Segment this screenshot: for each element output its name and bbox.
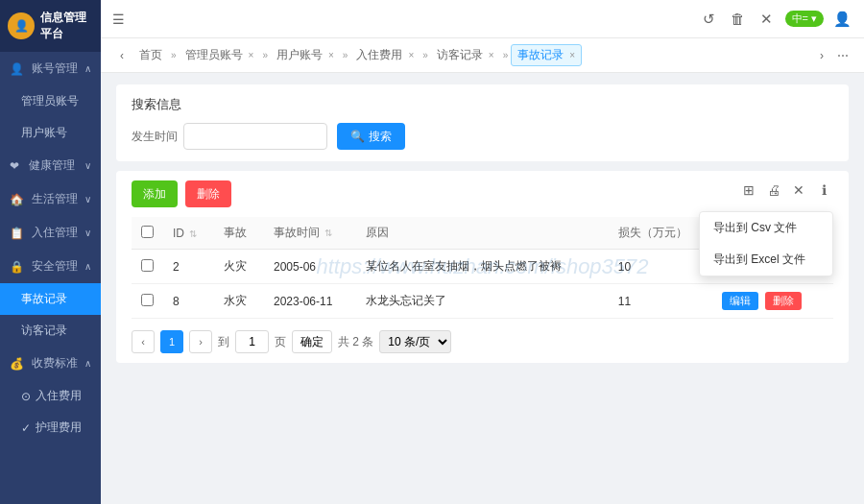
col-id-sort[interactable]: ⇅ <box>189 228 197 239</box>
print-icon[interactable]: 🖨 <box>764 180 783 200</box>
row-check-1 <box>132 284 163 319</box>
breadcrumb-forward-btn[interactable]: › <box>812 46 831 65</box>
top-bar-left: ☰ <box>112 12 125 27</box>
cell-incident-1: 水灾 <box>214 284 264 319</box>
menu-group-security-title[interactable]: 🔒 安全管理 ∧ <box>0 250 101 283</box>
breadcrumb-checkin-fee[interactable]: 入住费用 × <box>350 45 420 65</box>
bc-user-close[interactable]: × <box>328 50 334 60</box>
main-area: ☰ ↺ 🗑 ✕ 中= ▾ 👤 ‹ 首页 » 管理员账号 × » <box>101 0 864 504</box>
sidebar-item-care-fee[interactable]: ✓ 护理费用 <box>0 412 101 444</box>
cell-reason-1: 水龙头忘记关了 <box>356 284 609 319</box>
bc-fee-close[interactable]: × <box>408 50 414 60</box>
bc-incident-label: 事故记录 <box>517 47 564 63</box>
menu-toggle-icon[interactable]: ☰ <box>112 12 125 27</box>
breadcrumb-visitor[interactable]: 访客记录 × <box>431 45 500 65</box>
bc-sep-3: » <box>343 50 348 60</box>
breadcrumb-incident-active[interactable]: 事故记录 × <box>511 44 582 66</box>
bc-incident-close[interactable]: × <box>569 50 575 60</box>
col-loss: 损失（万元） <box>609 217 712 250</box>
breadcrumb-home[interactable]: 首页 <box>133 45 168 65</box>
account-arrow: ∧ <box>84 63 91 74</box>
export-csv-item[interactable]: 导出到 Csv 文件 <box>700 212 832 244</box>
health-icon: ❤ <box>10 159 19 173</box>
bc-admin-close[interactable]: × <box>249 50 254 60</box>
sidebar-item-user-account[interactable]: 用户账号 <box>0 117 101 149</box>
search-icon: 🔍 <box>350 130 365 143</box>
breadcrumb-nav: 首页 » 管理员账号 × » 用户账号 × » 入住费用 × » 访客记录 × … <box>133 44 810 66</box>
prev-page-btn[interactable]: ‹ <box>132 330 155 353</box>
lang-switch[interactable]: 中= ▾ <box>785 11 824 27</box>
cell-incident-0: 火灾 <box>214 250 264 284</box>
refresh-icon[interactable]: ↺ <box>699 9 720 30</box>
info-icon[interactable]: ℹ <box>814 180 833 200</box>
checkin-fee-label: 入住费用 <box>36 388 82 404</box>
bc-visitor-close[interactable]: × <box>489 50 494 60</box>
per-page-select[interactable]: 10 条/页 <box>379 330 451 353</box>
visitor-label: 访客记录 <box>21 323 67 339</box>
breadcrumb-bar: ‹ 首页 » 管理员账号 × » 用户账号 × » 入住费用 × » 访客记录 <box>101 38 864 73</box>
fees-icon: 💰 <box>10 357 24 371</box>
breadcrumb-back-btn[interactable]: ‹ <box>112 46 132 65</box>
sidebar-item-visitor[interactable]: 访客记录 <box>0 315 101 347</box>
user-avatar-icon[interactable]: 👤 <box>831 9 852 30</box>
menu-group-account: 👤 账号管理 ∧ 管理员账号 用户账号 <box>0 52 101 149</box>
menu-group-security: 🔒 安全管理 ∧ 事故记录 访客记录 <box>0 250 101 347</box>
menu-group-fees-title[interactable]: 💰 收费标准 ∧ <box>0 347 101 380</box>
row-checkbox-0[interactable] <box>141 259 154 272</box>
menu-group-health: ❤ 健康管理 ∨ <box>0 149 101 182</box>
health-arrow: ∨ <box>84 160 91 171</box>
search-title: 搜索信息 <box>132 96 833 113</box>
search-time-input[interactable] <box>183 123 327 150</box>
page-confirm-btn[interactable]: 确定 <box>292 330 332 353</box>
search-button[interactable]: 🔍 搜索 <box>337 123 405 150</box>
home-label: 首页 <box>139 47 162 63</box>
user-account-label: 用户账号 <box>21 125 67 141</box>
col-time-sort[interactable]: ⇅ <box>324 228 332 238</box>
grid-icon[interactable]: ⊞ <box>739 180 758 200</box>
cell-loss-1: 11 <box>609 284 712 319</box>
close-icon[interactable]: ✕ <box>756 9 778 30</box>
bc-visitor-label: 访客记录 <box>437 47 483 63</box>
menu-group-checkin-title[interactable]: 📋 入住管理 ∨ <box>0 216 101 250</box>
col-incident-label: 事故 <box>224 226 247 239</box>
sidebar-item-incident[interactable]: 事故记录 <box>0 283 101 315</box>
security-icon: 🔒 <box>10 260 24 274</box>
care-fee-icon: ✓ <box>21 421 31 435</box>
delete-button[interactable]: 删除 <box>185 180 231 207</box>
row-checkbox-1[interactable] <box>141 294 154 306</box>
export-excel-item[interactable]: 导出到 Excel 文件 <box>700 244 832 276</box>
add-button[interactable]: 添加 <box>132 180 178 207</box>
select-all-checkbox[interactable] <box>141 226 154 238</box>
checkin-fee-icon: ⊙ <box>21 390 31 403</box>
settings-icon[interactable]: ✕ <box>789 180 808 200</box>
menu-group-health-title[interactable]: ❤ 健康管理 ∨ <box>0 149 101 182</box>
breadcrumb-more-btn[interactable]: ⋯ <box>833 46 852 65</box>
next-page-btn[interactable]: › <box>189 330 212 353</box>
avatar: 👤 <box>8 12 35 39</box>
sidebar-item-admin-account[interactable]: 管理员账号 <box>0 85 101 117</box>
col-loss-label: 损失（万元） <box>618 226 687 239</box>
security-label: 安全管理 <box>32 258 78 275</box>
page-jump-input[interactable] <box>235 330 269 353</box>
care-fee-label: 护理费用 <box>36 420 82 436</box>
menu-group-checkin: 📋 入住管理 ∨ <box>0 216 101 250</box>
menu-group-life-title[interactable]: 🏠 生活管理 ∨ <box>0 182 101 216</box>
page-1-btn[interactable]: 1 <box>160 330 183 353</box>
menu-group-account-title[interactable]: 👤 账号管理 ∧ <box>0 52 101 85</box>
life-label: 生活管理 <box>32 191 78 207</box>
bc-sep-2: » <box>262 50 268 60</box>
breadcrumb-user-account[interactable]: 用户账号 × <box>271 45 340 65</box>
cell-id-0: 2 <box>163 250 214 284</box>
edit-btn-1[interactable]: 编辑 <box>722 292 758 310</box>
sidebar-item-checkin-fee[interactable]: ⊙ 入住费用 <box>0 380 101 412</box>
delete-icon[interactable]: 🗑 <box>728 9 749 30</box>
bc-sep-4: » <box>422 50 428 60</box>
breadcrumb-admin-account[interactable]: 管理员账号 × <box>180 45 260 65</box>
bc-sep-1: » <box>171 50 177 60</box>
fees-arrow: ∧ <box>84 358 91 369</box>
checkin-label: 入住管理 <box>32 225 78 241</box>
delete-row-btn-1[interactable]: 删除 <box>765 292 802 310</box>
incident-label: 事故记录 <box>21 291 67 307</box>
cell-ops-1: 编辑 删除 <box>712 284 833 319</box>
life-icon: 🏠 <box>10 193 24 206</box>
